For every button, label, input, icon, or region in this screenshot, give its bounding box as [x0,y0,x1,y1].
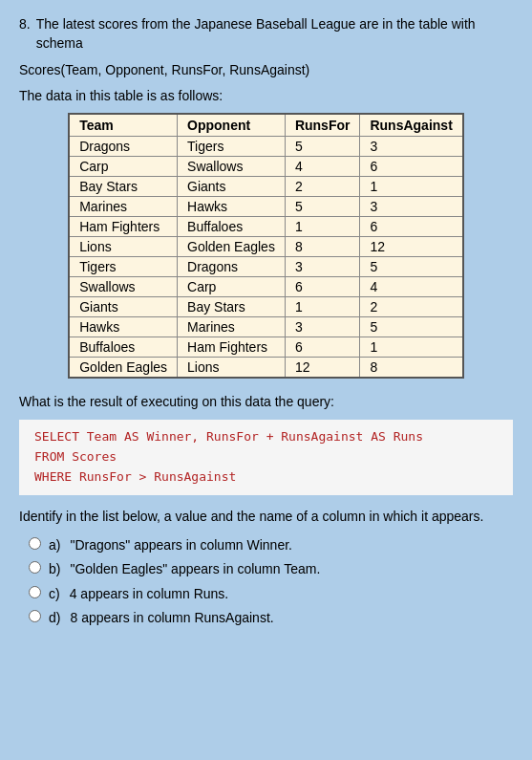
query-line-1: SELECT Team AS Winner, RunsFor + RunsAga… [34,429,423,444]
query-section: What is the result of executing on this … [19,392,513,494]
radio-button[interactable] [29,561,41,574]
table-cell: 1 [360,337,463,358]
table-cell: Carp [69,157,177,177]
table-cell: Tigers [69,257,177,277]
option-letter: c) [49,585,60,604]
table-header: Team Opponent RunsFor RunsAgainst [69,114,463,137]
option-letter: a) [49,536,60,555]
table-row: SwallowsCarp64 [69,277,463,297]
table-cell: 8 [285,237,360,257]
table-cell: Hawks [178,197,286,217]
table-cell: 8 [360,358,463,379]
radio-button[interactable] [29,610,41,622]
table-cell: Buffaloes [69,337,177,358]
option-item: a)"Dragons" appears in column Winner. [29,536,513,555]
table-cell: Marines [178,317,286,337]
radio-button[interactable] [29,537,41,550]
table-cell: 5 [285,197,360,217]
table-row: MarinesHawks53 [69,197,463,217]
scores-table: Team Opponent RunsFor RunsAgainst Dragon… [68,113,464,379]
option-text: "Golden Eagles" appears in column Team. [70,560,320,579]
table-body: DragonsTigers53CarpSwallows46Bay StarsGi… [69,137,463,379]
table-cell: Golden Eagles [178,237,286,257]
option-letter: d) [49,609,60,628]
table-cell: Lions [69,237,177,257]
query-box: SELECT Team AS Winner, RunsFor + RunsAga… [19,420,513,494]
query-line-2: FROM Scores [34,449,117,464]
table-cell: Dragons [178,257,286,277]
identify-text-content: Identify in the list below, a value and … [19,509,483,524]
table-cell: 5 [360,317,463,337]
table-cell: 5 [360,257,463,277]
table-cell: Swallows [69,277,177,297]
option-text: "Dragons" appears in column Winner. [70,536,292,555]
options-list: a)"Dragons" appears in column Winner.b)"… [19,536,513,628]
schema-text: Scores(Team, Opponent, RunsFor, RunsAgai… [19,62,309,77]
table-row: Ham FightersBuffaloes16 [69,217,463,237]
query-line-3: WHERE RunsFor > RunsAgainst [34,469,236,484]
table-row: DragonsTigers53 [69,137,463,157]
table-cell: 2 [360,297,463,317]
question-intro: The latest scores from the Japanese Base… [36,15,513,53]
question-number: 8. [19,15,31,53]
scores-table-wrapper: Team Opponent RunsFor RunsAgainst Dragon… [68,113,464,379]
table-cell: 12 [360,237,463,257]
table-row: HawksMarines35 [69,317,463,337]
table-intro: The data in this table is as follows: [19,88,513,103]
table-cell: Bay Stars [69,177,177,197]
table-row: BuffaloesHam Fighters61 [69,337,463,358]
table-cell: Hawks [69,317,177,337]
table-cell: 5 [285,137,360,157]
table-cell: 3 [285,317,360,337]
table-row: TigersDragons35 [69,257,463,277]
table-cell: Ham Fighters [178,337,286,358]
table-cell: 6 [360,157,463,177]
option-item: b)"Golden Eagles" appears in column Team… [29,560,513,579]
table-cell: 4 [285,157,360,177]
schema-block: Scores(Team, Opponent, RunsFor, RunsAgai… [19,60,513,80]
table-cell: 3 [360,137,463,157]
table-row: Bay StarsGiants21 [69,177,463,197]
table-cell: Lions [178,358,286,379]
table-row: CarpSwallows46 [69,157,463,177]
table-cell: Ham Fighters [69,217,177,237]
identify-text: Identify in the list below, a value and … [19,507,513,527]
table-cell: 6 [285,337,360,358]
radio-button[interactable] [29,586,41,598]
table-cell: 1 [360,177,463,197]
question-header: 8. The latest scores from the Japanese B… [19,15,513,53]
table-cell: 6 [285,277,360,297]
table-cell: 3 [360,197,463,217]
col-header-team: Team [69,114,177,137]
option-text: 4 appears in column Runs. [70,585,229,604]
table-cell: Swallows [178,157,286,177]
table-cell: Dragons [69,137,177,157]
table-cell: Marines [69,197,177,217]
table-cell: Golden Eagles [69,358,177,379]
table-cell: Tigers [178,137,286,157]
col-header-runsagainst: RunsAgainst [360,114,463,137]
query-intro-text: What is the result of executing on this … [19,394,334,409]
table-cell: 1 [285,217,360,237]
table-row: Golden EaglesLions128 [69,358,463,379]
col-header-opponent: Opponent [178,114,286,137]
table-cell: 6 [360,217,463,237]
table-cell: Giants [178,177,286,197]
table-cell: 3 [285,257,360,277]
table-row: LionsGolden Eagles812 [69,237,463,257]
table-cell: Buffaloes [178,217,286,237]
col-header-runsfor: RunsFor [285,114,360,137]
option-text: 8 appears in column RunsAgainst. [70,609,273,628]
option-item: d)8 appears in column RunsAgainst. [29,609,513,628]
table-cell: Giants [69,297,177,317]
table-cell: Carp [178,277,286,297]
table-cell: 12 [285,358,360,379]
table-cell: 2 [285,177,360,197]
table-cell: 1 [285,297,360,317]
option-letter: b) [49,560,60,579]
table-cell: 4 [360,277,463,297]
option-item: c)4 appears in column Runs. [29,585,513,604]
table-row: GiantsBay Stars12 [69,297,463,317]
table-cell: Bay Stars [178,297,286,317]
data-intro-text: The data in this table is as follows: [19,88,223,103]
